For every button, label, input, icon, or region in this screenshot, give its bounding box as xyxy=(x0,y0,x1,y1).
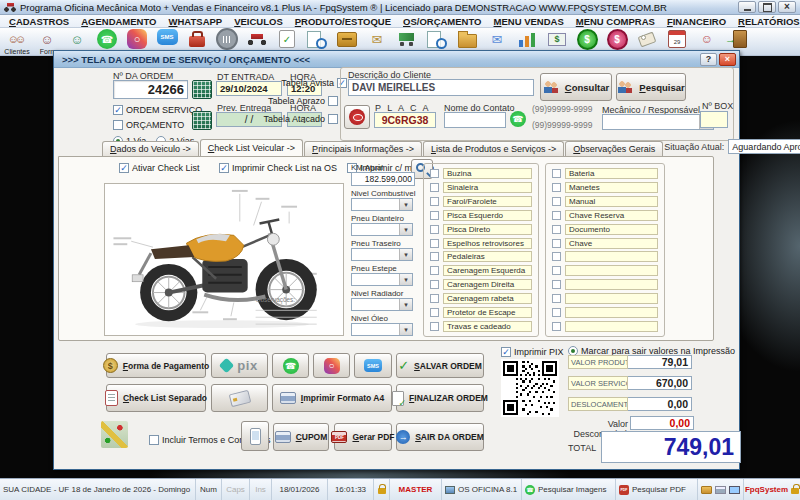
checklist-item-field[interactable]: Espelhos retrovisores xyxy=(443,238,532,249)
phone1-placeholder[interactable]: (99)99999-9999 xyxy=(532,104,593,114)
menu-item[interactable]: RELATÓRIOS xyxy=(732,15,800,28)
calendar-icon[interactable] xyxy=(192,111,212,130)
checklist-item-field[interactable]: Documento xyxy=(565,224,658,235)
whatsapp-icon[interactable] xyxy=(510,111,526,127)
menu-item[interactable]: OS/ORÇAMENTO xyxy=(397,15,487,28)
checklist-item-field[interactable]: Manetes xyxy=(565,182,658,193)
close-icon[interactable] xyxy=(778,1,796,13)
checklist-item-field[interactable]: Manual xyxy=(565,196,658,207)
checklist-separado-button[interactable]: Check List Separado xyxy=(106,384,206,412)
imprimir-checklist-checkbox[interactable]: Imprimir Check List na OS xyxy=(219,163,337,173)
checkbox-icon[interactable] xyxy=(552,322,561,331)
phone2-placeholder[interactable]: (99)99999-9999 xyxy=(532,120,593,130)
checkbox-icon[interactable] xyxy=(430,169,439,178)
checklist-item-field[interactable]: Pedaleiras xyxy=(443,251,532,262)
finalizar-ordem-button[interactable]: FINALIZAR ORDEM xyxy=(396,384,484,412)
checklist-item-field[interactable]: Chave Reserva xyxy=(565,210,658,221)
client-description-field[interactable]: DAVI MEIRELLES xyxy=(348,79,534,96)
map-icon[interactable] xyxy=(101,421,128,448)
checkbox-icon[interactable] xyxy=(430,252,439,261)
checkbox-icon[interactable] xyxy=(552,239,561,248)
tab-checklist-veicular[interactable]: Check List Veicular -> xyxy=(200,139,303,156)
order-number-field[interactable]: 24266 xyxy=(113,80,188,99)
consultar-button[interactable]: Consultar xyxy=(540,73,612,101)
box-field[interactable] xyxy=(700,111,728,128)
search-images-button[interactable]: Pesquisar Imagens xyxy=(522,479,616,500)
telefone-button[interactable] xyxy=(241,421,269,451)
imprimir-pix-checkbox[interactable]: Imprimir PIX xyxy=(501,347,564,357)
help-icon[interactable]: ? xyxy=(700,53,717,66)
maximize-icon[interactable] xyxy=(758,1,776,13)
toolbar-button[interactable]: Clientes xyxy=(2,29,32,55)
close-icon[interactable]: × xyxy=(719,53,736,66)
checkbox-icon[interactable] xyxy=(552,266,561,275)
menu-item[interactable]: WHATSAPP xyxy=(163,15,229,28)
checklist-item-field[interactable] xyxy=(565,321,658,332)
checkbox-icon[interactable] xyxy=(430,308,439,317)
checklist-item-field[interactable] xyxy=(565,251,658,262)
contact-name-field[interactable] xyxy=(444,112,506,128)
discount-value[interactable]: 0,00 xyxy=(630,416,694,430)
whatsapp-button[interactable] xyxy=(272,353,309,378)
menu-item[interactable]: MENU COMPRAS xyxy=(570,15,661,28)
checklist-item-field[interactable]: Farol/Farolete xyxy=(443,196,532,207)
cupom-button[interactable]: CUPOM xyxy=(273,423,329,451)
menu-item[interactable]: PRODUTO/ESTOQUE xyxy=(289,15,397,28)
checklist-item-field[interactable]: Carenagem Direita xyxy=(443,279,532,290)
level-select[interactable] xyxy=(351,223,413,236)
checkbox-icon[interactable] xyxy=(552,225,561,234)
imprimir-a4-button[interactable]: Imprimir Formato A4 xyxy=(272,384,392,412)
checklist-item-field[interactable] xyxy=(565,265,658,276)
cartao-button[interactable] xyxy=(211,384,268,412)
checkbox-icon[interactable] xyxy=(552,169,561,178)
screen-icon[interactable] xyxy=(729,486,740,494)
checklist-item-field[interactable]: Travas e cadeado xyxy=(443,321,532,332)
checkbox-icon[interactable] xyxy=(552,183,561,192)
checklist-item-field[interactable]: Carenagem rabeta xyxy=(443,293,532,304)
checklist-item-field[interactable]: Bateria xyxy=(565,168,658,179)
checkbox-icon[interactable] xyxy=(430,183,439,192)
sms-button[interactable] xyxy=(354,353,392,378)
tabela-atacado-checkbox[interactable]: Tabela Atacado xyxy=(257,114,338,124)
checklist-item-field[interactable] xyxy=(565,307,658,318)
checklist-item-field[interactable]: Chave xyxy=(565,238,658,249)
printer-icon[interactable] xyxy=(715,486,726,494)
menu-item[interactable]: AGENDAMENTO xyxy=(75,15,162,28)
search-pdf-button[interactable]: Pesquisar PDF xyxy=(616,479,698,500)
ativar-checklist-checkbox[interactable]: Ativar Check List xyxy=(119,163,200,173)
tab-principais-informacoes[interactable]: Principais Informações -> xyxy=(304,141,422,156)
menu-item[interactable]: VEICULOS xyxy=(228,15,289,28)
tab-observacoes-gerais[interactable]: Observações Gerais xyxy=(565,141,663,156)
minimize-icon[interactable] xyxy=(738,1,756,13)
checkbox-icon[interactable] xyxy=(430,239,439,248)
gerar-pdf-button[interactable]: Gerar PDF xyxy=(334,423,392,451)
tabela-avista-checkbox[interactable]: Tabela Avista xyxy=(257,78,347,88)
tab-lista-produtos-servicos[interactable]: Lista de Produtos e Serviços -> xyxy=(423,141,564,156)
checkbox-icon[interactable] xyxy=(552,308,561,317)
ordem-servico-checkbox[interactable]: ORDEM SERVIÇO xyxy=(113,105,202,115)
forma-pagamento-button[interactable]: Forma de Pagamento xyxy=(106,353,206,378)
level-select[interactable] xyxy=(351,323,413,336)
mechanic-select[interactable] xyxy=(602,114,714,130)
menu-item[interactable]: FINANCEIRO xyxy=(661,15,732,28)
checkbox-icon[interactable] xyxy=(430,266,439,275)
orcamento-checkbox[interactable]: ORÇAMENTO xyxy=(113,120,184,130)
menu-item[interactable]: CADASTROS xyxy=(3,15,75,28)
checkbox-icon[interactable] xyxy=(552,252,561,261)
checkbox-icon[interactable] xyxy=(430,225,439,234)
checkbox-icon[interactable] xyxy=(552,197,561,206)
level-select[interactable] xyxy=(351,248,413,261)
level-select[interactable] xyxy=(351,273,413,286)
checklist-item-field[interactable]: Carenagem Esquerda xyxy=(443,265,532,276)
checkbox-icon[interactable] xyxy=(552,294,561,303)
km-field[interactable]: 182.599,000 xyxy=(351,172,415,186)
level-select[interactable] xyxy=(351,298,413,311)
checklist-item-field[interactable]: Buzina xyxy=(443,168,532,179)
checklist-item-field[interactable] xyxy=(565,293,658,304)
situacao-select[interactable]: Aguardando Aprovação xyxy=(728,139,800,154)
tabela-aprazo-checkbox[interactable]: Tabela Aprazo xyxy=(257,96,338,106)
pesquisar-button[interactable]: Pesquisar xyxy=(616,73,686,101)
calendar-icon[interactable] xyxy=(192,80,212,99)
sair-ordem-button[interactable]: SAIR DA ORDEM xyxy=(396,423,484,451)
instagram-button[interactable] xyxy=(313,353,350,378)
